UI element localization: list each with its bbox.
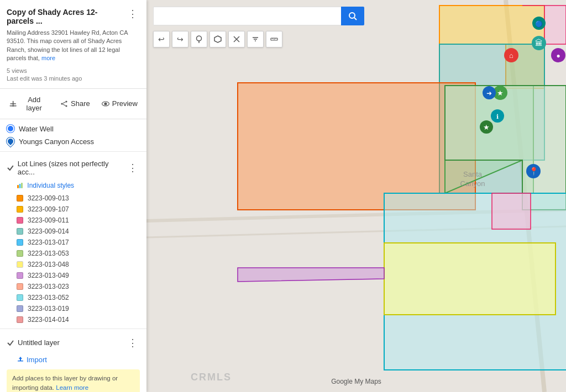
individual-styles-link[interactable]: Individual styles bbox=[0, 181, 146, 193]
youngs-canyon-item: Youngs Canyon Access bbox=[0, 135, 146, 148]
svg-rect-38 bbox=[384, 243, 555, 315]
lot-lines-more-button[interactable]: ⋮ bbox=[125, 162, 140, 174]
untitled-layer-1: Untitled layer ⋮ Import Add places to th… bbox=[0, 329, 146, 392]
svg-rect-39 bbox=[492, 193, 531, 229]
eye-icon bbox=[101, 99, 110, 108]
svg-point-5 bbox=[65, 105, 67, 107]
more-link[interactable]: more bbox=[41, 55, 55, 61]
import-link[interactable]: Import bbox=[0, 353, 146, 366]
preview-button[interactable]: Preview bbox=[98, 97, 141, 110]
map-meta: 5 views Last edit was 3 minutes ago bbox=[7, 67, 140, 82]
svg-text:➜: ➜ bbox=[486, 89, 492, 97]
lot-item-3: 3223-009-014 bbox=[0, 226, 146, 237]
svg-text:Santa: Santa bbox=[463, 170, 483, 178]
water-well-item: Water Well bbox=[0, 123, 146, 135]
map-svg: Santa Canyon 🏛 ★ ➜ 🔵 ⌂ ● ℹ ★ 📍 bbox=[146, 0, 566, 392]
map-description: Mailing Address 32901 Hawley Rd, Acton C… bbox=[7, 29, 140, 63]
lot-item-4: 3223-013-017 bbox=[0, 237, 146, 248]
svg-rect-13 bbox=[18, 361, 23, 362]
marker-button[interactable] bbox=[191, 31, 207, 47]
lot-color-1 bbox=[17, 206, 23, 213]
svg-point-17 bbox=[197, 36, 202, 41]
svg-rect-10 bbox=[17, 185, 19, 188]
lot-lines-layer: Lot Lines (sizes not perfectly acc... ⋮ … bbox=[0, 152, 146, 329]
learn-more-link[interactable]: Learn more bbox=[56, 384, 88, 391]
info-box: Add places to this layer by drawing or i… bbox=[7, 369, 140, 392]
toolbar: Add layer Share Preview bbox=[0, 89, 146, 119]
svg-text:★: ★ bbox=[497, 89, 504, 97]
search-icon bbox=[348, 12, 357, 20]
map-area[interactable]: ↩ ↪ bbox=[146, 0, 566, 392]
road-icon bbox=[233, 35, 240, 43]
map-title: Copy of Shady Acres 12- parcels ... bbox=[7, 8, 122, 25]
lot-item-11: 3223-014-014 bbox=[0, 314, 146, 325]
lot-item-0: 3223-009-013 bbox=[0, 193, 146, 204]
svg-text:⌂: ⌂ bbox=[509, 51, 513, 60]
svg-marker-19 bbox=[214, 36, 221, 43]
lot-color-6 bbox=[17, 261, 23, 268]
svg-line-16 bbox=[354, 18, 357, 20]
filter-icon bbox=[251, 35, 259, 43]
map-more-options-button[interactable]: ⋮ bbox=[125, 8, 140, 20]
road-button[interactable] bbox=[228, 31, 245, 47]
lot-color-8 bbox=[17, 283, 23, 290]
lot-item-2: 3223-009-011 bbox=[0, 215, 146, 226]
map-title-section: Copy of Shady Acres 12- parcels ... ⋮ Ma… bbox=[0, 0, 146, 89]
lot-lines-header: Lot Lines (sizes not perfectly acc... ⋮ bbox=[0, 155, 146, 181]
lot-color-7 bbox=[17, 272, 23, 279]
last-edit: Last edit was 3 minutes ago bbox=[7, 75, 140, 82]
search-bar bbox=[153, 7, 364, 25]
untitled-layer-1-header: Untitled layer ⋮ bbox=[0, 332, 146, 353]
lot-item-6: 3223-013-048 bbox=[0, 259, 146, 270]
ruler-icon bbox=[270, 35, 278, 43]
lot-item-5: 3223-013-053 bbox=[0, 248, 146, 259]
svg-rect-12 bbox=[21, 183, 23, 188]
svg-line-7 bbox=[63, 104, 66, 105]
svg-rect-11 bbox=[19, 184, 21, 188]
views-count: 5 views bbox=[7, 67, 140, 74]
search-button[interactable] bbox=[341, 7, 364, 25]
lot-color-10 bbox=[17, 305, 23, 312]
lot-color-5 bbox=[17, 250, 23, 257]
lot-item-10: 3223-013-019 bbox=[0, 303, 146, 314]
lot-color-9 bbox=[17, 294, 23, 301]
map-controls: ↩ ↪ bbox=[153, 31, 282, 47]
sidebar: Copy of Shady Acres 12- parcels ... ⋮ Ma… bbox=[0, 0, 146, 392]
shape-icon bbox=[214, 35, 222, 43]
youngs-canyon-icon bbox=[5, 136, 16, 147]
svg-text:ℹ: ℹ bbox=[496, 113, 499, 120]
lot-item-9: 3223-013-052 bbox=[0, 292, 146, 303]
places-layer: Water Well Youngs Canyon Access bbox=[0, 119, 146, 152]
svg-point-15 bbox=[349, 13, 355, 18]
svg-rect-34 bbox=[238, 83, 475, 210]
untitled-layer-1-more-button[interactable]: ⋮ bbox=[125, 337, 140, 349]
check-icon-2 bbox=[7, 339, 14, 347]
shape-button[interactable] bbox=[209, 31, 226, 47]
lot-color-2 bbox=[17, 217, 23, 224]
lot-item-8: 3223-013-023 bbox=[0, 281, 146, 292]
lot-color-4 bbox=[17, 239, 23, 246]
svg-text:🏛: 🏛 bbox=[535, 39, 543, 47]
svg-line-6 bbox=[63, 102, 66, 103]
check-icon bbox=[7, 164, 14, 172]
undo-button[interactable]: ↩ bbox=[153, 31, 170, 47]
share-button[interactable]: Share bbox=[56, 97, 93, 110]
lot-color-0 bbox=[17, 195, 23, 202]
svg-text:Canyon: Canyon bbox=[460, 179, 485, 188]
svg-text:🔵: 🔵 bbox=[535, 20, 543, 28]
svg-text:★: ★ bbox=[483, 123, 490, 131]
filter-button[interactable] bbox=[247, 31, 264, 47]
add-layer-button[interactable]: Add layer bbox=[6, 93, 52, 114]
add-layer-icon bbox=[9, 99, 17, 108]
svg-point-3 bbox=[65, 100, 67, 102]
google-maps-label: Google My Maps bbox=[331, 378, 381, 385]
svg-text:📍: 📍 bbox=[529, 167, 539, 176]
lot-color-3 bbox=[17, 228, 23, 235]
search-input[interactable] bbox=[153, 7, 341, 25]
svg-text:●: ● bbox=[556, 52, 560, 60]
crmls-watermark: CRMLS bbox=[191, 372, 232, 383]
redo-button[interactable]: ↪ bbox=[172, 31, 188, 47]
svg-marker-40 bbox=[238, 268, 384, 282]
ruler-button[interactable] bbox=[266, 31, 282, 47]
share-icon bbox=[60, 99, 69, 108]
